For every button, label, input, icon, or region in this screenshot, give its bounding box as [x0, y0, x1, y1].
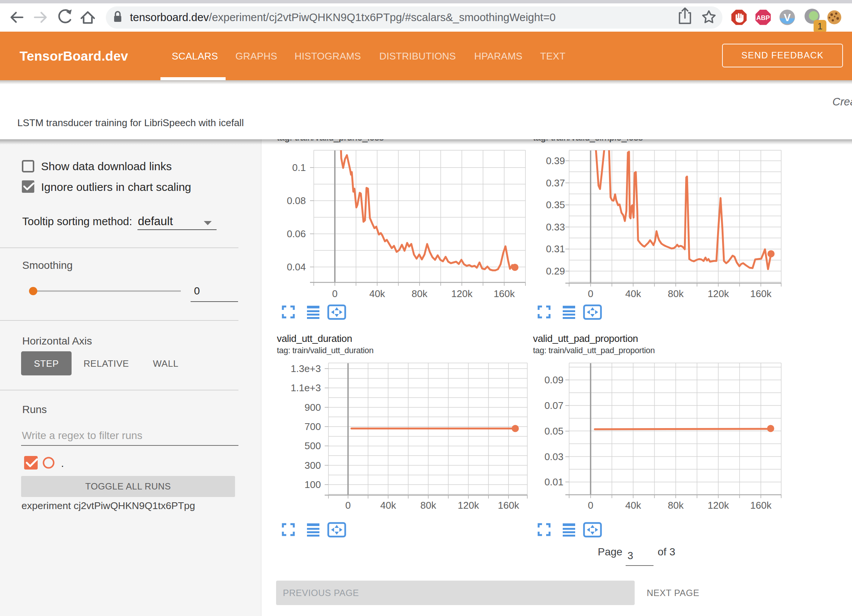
svg-text:0: 0 [194, 285, 200, 297]
svg-text:Show data download links: Show data download links [41, 160, 172, 172]
svg-text:40k: 40k [625, 500, 641, 511]
svg-text:experiment cj2vtPiwQHKN9Q1tx6P: experiment cj2vtPiwQHKN9Q1tx6PTpg [21, 500, 195, 511]
svg-text:.: . [61, 457, 64, 469]
svg-text:0.33: 0.33 [546, 221, 565, 233]
svg-text:1.3e+3: 1.3e+3 [291, 363, 321, 374]
svg-text:default: default [138, 215, 173, 228]
svg-text:STEP: STEP [34, 358, 59, 369]
svg-text:V: V [784, 12, 791, 23]
svg-text:Write a regex to filter runs: Write a regex to filter runs [22, 430, 142, 441]
svg-text:40k: 40k [625, 288, 641, 299]
svg-text:valid_utt_pad_proportion: valid_utt_pad_proportion [533, 333, 638, 344]
svg-text:Ignore outliers in chart scali: Ignore outliers in chart scaling [41, 181, 191, 193]
svg-text:0.08: 0.08 [287, 195, 306, 206]
svg-text:Tooltip sorting method:: Tooltip sorting method: [22, 215, 132, 227]
svg-text:100: 100 [305, 479, 321, 490]
svg-text:Runs: Runs [22, 404, 47, 415]
svg-text:0.29: 0.29 [546, 265, 565, 277]
svg-text:0: 0 [588, 288, 593, 299]
svg-text:0.06: 0.06 [287, 228, 306, 239]
svg-text:80k: 80k [420, 500, 437, 511]
svg-text:40k: 40k [380, 500, 397, 511]
svg-text:300: 300 [305, 460, 321, 471]
svg-text:900: 900 [305, 402, 321, 413]
svg-text:0.01: 0.01 [544, 476, 563, 488]
svg-text:80k: 80k [412, 288, 428, 299]
svg-text:tag: train/valid_utt_duration: tag: train/valid_utt_duration [277, 346, 374, 355]
svg-text:120k: 120k [708, 288, 729, 299]
svg-text:WALL: WALL [153, 358, 179, 369]
svg-text:0.35: 0.35 [546, 199, 565, 210]
svg-text:120k: 120k [708, 500, 729, 511]
svg-text:Smoothing: Smoothing [22, 259, 73, 271]
svg-text:700: 700 [305, 421, 321, 432]
svg-text:valid_utt_duration: valid_utt_duration [277, 333, 352, 344]
svg-text:0.07: 0.07 [544, 400, 563, 411]
svg-text:80k: 80k [668, 288, 684, 299]
svg-text:0.39: 0.39 [546, 155, 565, 166]
svg-text:0.04: 0.04 [287, 261, 306, 273]
svg-text:RELATIVE: RELATIVE [84, 358, 129, 369]
svg-text:0.1: 0.1 [292, 162, 306, 173]
svg-text:0.05: 0.05 [544, 425, 563, 437]
svg-text:Horizontal Axis: Horizontal Axis [22, 335, 92, 347]
svg-text:0: 0 [588, 500, 593, 511]
svg-text:1.1e+3: 1.1e+3 [291, 382, 321, 393]
svg-text:500: 500 [305, 440, 321, 451]
svg-text:ABP: ABP [756, 14, 770, 21]
svg-text:TOGGLE ALL RUNS: TOGGLE ALL RUNS [85, 481, 171, 491]
svg-text:1: 1 [817, 21, 822, 31]
svg-text:160k: 160k [750, 288, 772, 299]
svg-text:0.31: 0.31 [546, 243, 565, 255]
svg-text:0.09: 0.09 [544, 374, 563, 386]
svg-text:160k: 160k [750, 500, 772, 511]
svg-text:0.03: 0.03 [544, 451, 563, 462]
svg-text:80k: 80k [668, 500, 684, 511]
svg-text:tensorboard.dev/experiment/cj2: tensorboard.dev/experiment/cj2vtPiwQHKN9… [130, 11, 556, 23]
svg-text:120k: 120k [458, 500, 479, 511]
svg-text:tag: train/valid_utt_pad_propo: tag: train/valid_utt_pad_proportion [533, 346, 655, 355]
svg-text:160k: 160k [493, 288, 515, 299]
svg-text:120k: 120k [451, 288, 473, 299]
svg-text:0: 0 [345, 500, 351, 511]
svg-text:0.37: 0.37 [546, 177, 565, 189]
svg-text:0: 0 [332, 288, 337, 299]
svg-text:160k: 160k [498, 500, 519, 511]
svg-text:40k: 40k [369, 288, 385, 299]
